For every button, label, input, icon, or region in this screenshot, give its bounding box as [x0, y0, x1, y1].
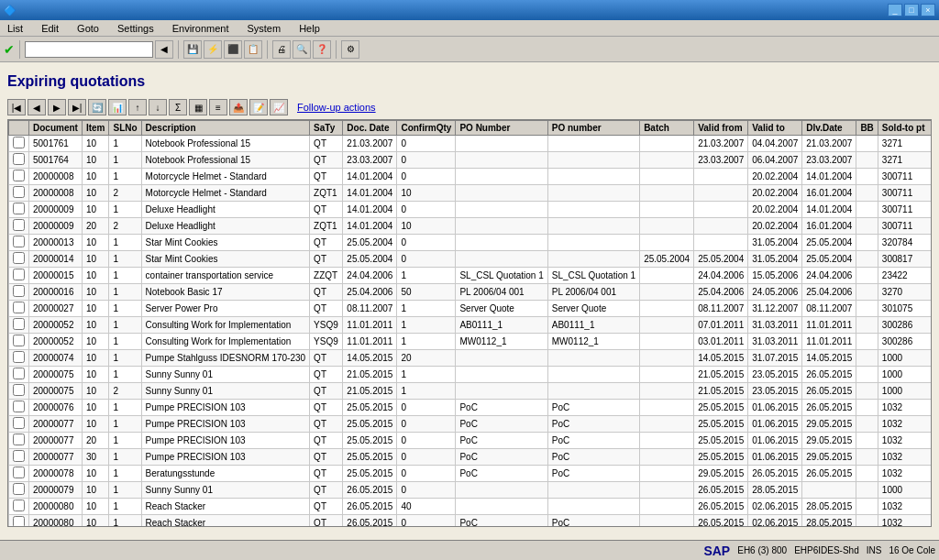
- sumtotal-btn[interactable]: Σ: [169, 99, 187, 115]
- table-row[interactable]: 20000015101container transportation serv…: [9, 268, 933, 284]
- sort-asc-btn[interactable]: ↑: [128, 99, 147, 115]
- title-bar-controls[interactable]: _ □ ×: [888, 4, 935, 16]
- row-checkbox[interactable]: [13, 186, 25, 198]
- table-row[interactable]: 20000080101Reach StackerQT26.05.20154026…: [9, 499, 933, 515]
- shortcut-button[interactable]: ⚡: [204, 40, 222, 59]
- row-checkbox[interactable]: [13, 252, 25, 264]
- row-checkbox[interactable]: [13, 434, 25, 445]
- next-btn[interactable]: ▶: [48, 99, 66, 115]
- table-row[interactable]: 20000076101Pumpe PRECISION 103QT25.05.20…: [9, 400, 933, 416]
- table-row[interactable]: 20000008101Motorcycle Helmet - StandardQ…: [9, 169, 933, 185]
- maximize-button[interactable]: □: [904, 4, 919, 16]
- row-checkbox[interactable]: [13, 302, 25, 313]
- table-row[interactable]: 20000078101BeratungsstundeQT25.05.20150P…: [9, 466, 933, 482]
- table-row[interactable]: 20000075101Sunny Sunny 01QT21.05.2015121…: [9, 367, 933, 383]
- col-validfrom[interactable]: Valid from: [694, 121, 748, 136]
- table-row[interactable]: 20000080101Reach StackerQT26.05.20150PoC…: [9, 515, 933, 528]
- row-checkbox[interactable]: [13, 450, 25, 462]
- table-row[interactable]: 20000075102Sunny Sunny 01QT21.05.2015121…: [9, 383, 933, 400]
- close-button[interactable]: ×: [921, 4, 935, 16]
- column-sel-btn[interactable]: ≡: [209, 99, 227, 115]
- nav-back-button[interactable]: ◀: [155, 40, 173, 59]
- row-checkbox[interactable]: [13, 335, 25, 346]
- row-checkbox[interactable]: [13, 170, 25, 181]
- word-btn[interactable]: 📝: [249, 99, 268, 115]
- col-validto[interactable]: Valid to: [748, 121, 802, 136]
- col-soldto[interactable]: Sold-to pt: [878, 121, 932, 136]
- table-row[interactable]: 20000027101Server Power ProQT08.11.20071…: [9, 301, 933, 317]
- col-description[interactable]: Description: [141, 121, 310, 136]
- row-checkbox[interactable]: [13, 417, 25, 429]
- command-input[interactable]: [25, 41, 153, 58]
- table-row[interactable]: 20000009101Deluxe HeadlightQT14.01.20040…: [9, 202, 933, 218]
- menu-list[interactable]: List: [4, 22, 27, 35]
- filter-btn[interactable]: 📊: [108, 99, 127, 115]
- follow-up-link[interactable]: Follow-up actions: [297, 102, 376, 113]
- row-checkbox[interactable]: [13, 203, 25, 214]
- table-row[interactable]: 20000016101Notebook Basic 17QT25.04.2006…: [9, 284, 933, 301]
- col-slno[interactable]: SLNo: [109, 121, 141, 136]
- table-row[interactable]: 20000077301Pumpe PRECISION 103QT25.05.20…: [9, 449, 933, 466]
- col-bb[interactable]: BB: [856, 121, 878, 136]
- col-saty[interactable]: SaTy: [310, 121, 343, 136]
- table-row[interactable]: 5001761101Notebook Professional 15QT21.0…: [9, 136, 933, 152]
- menu-system[interactable]: System: [243, 22, 284, 35]
- table-row[interactable]: 20000077201Pumpe PRECISION 103QT25.05.20…: [9, 433, 933, 449]
- row-checkbox[interactable]: [13, 219, 25, 231]
- row-checkbox[interactable]: [13, 368, 25, 379]
- print-button[interactable]: 🖨: [272, 40, 291, 59]
- minimize-button[interactable]: _: [888, 4, 902, 16]
- data-table-wrapper[interactable]: Document Item SLNo Description SaTy Doc.…: [7, 119, 932, 527]
- table-row[interactable]: 20000008102Motorcycle Helmet - StandardZ…: [9, 185, 933, 202]
- row-checkbox[interactable]: [13, 137, 25, 148]
- col-ponumber2[interactable]: PO number: [547, 121, 639, 136]
- help-icon-btn[interactable]: ❓: [313, 40, 331, 59]
- row-checkbox[interactable]: [13, 153, 25, 165]
- row-checkbox[interactable]: [13, 500, 25, 511]
- menu-edit[interactable]: Edit: [38, 22, 62, 35]
- last-btn[interactable]: ▶|: [68, 99, 86, 115]
- prev-btn[interactable]: ◀: [28, 99, 46, 115]
- menu-help[interactable]: Help: [295, 22, 324, 35]
- col-batch[interactable]: Batch: [640, 121, 694, 136]
- table-row[interactable]: 20000013101Star Mint CookiesQT25.05.2004…: [9, 235, 933, 251]
- first-btn[interactable]: |◀: [7, 99, 26, 115]
- row-checkbox[interactable]: [13, 483, 25, 495]
- table-row[interactable]: 20000074101Pumpe Stahlguss IDESNORM 170-…: [9, 350, 933, 367]
- graphics-btn[interactable]: 📈: [270, 99, 288, 115]
- row-checkbox[interactable]: [13, 401, 25, 412]
- save-button[interactable]: 💾: [183, 40, 202, 59]
- layout-btn[interactable]: ▦: [189, 99, 207, 115]
- row-checkbox[interactable]: [13, 516, 25, 527]
- row-checkbox[interactable]: [13, 285, 25, 297]
- table-row[interactable]: 20000009202Deluxe HeadlightZQT114.01.200…: [9, 218, 933, 235]
- row-checkbox[interactable]: [13, 384, 25, 396]
- col-document[interactable]: Document: [29, 121, 83, 136]
- row-checkbox[interactable]: [13, 351, 25, 363]
- row-checkbox[interactable]: [13, 236, 25, 247]
- row-checkbox[interactable]: [13, 269, 25, 280]
- menu-settings[interactable]: Settings: [114, 22, 158, 35]
- check-icon[interactable]: ✔: [4, 42, 15, 57]
- refresh-btn[interactable]: 🔄: [88, 99, 106, 115]
- menu-goto[interactable]: Goto: [73, 22, 103, 35]
- excel-btn[interactable]: 📤: [229, 99, 248, 115]
- col-docdate[interactable]: Doc. Date: [343, 121, 397, 136]
- table-row[interactable]: 20000052101Consulting Work for Implement…: [9, 317, 933, 334]
- cmd-button[interactable]: 📋: [244, 40, 262, 59]
- settings-btn[interactable]: ⚙: [341, 40, 359, 59]
- table-row[interactable]: 20000014101Star Mint CookiesQT25.05.2004…: [9, 251, 933, 268]
- table-row[interactable]: 20000079101Sunny Sunny 01QT26.05.2015026…: [9, 482, 933, 499]
- col-item[interactable]: Item: [82, 121, 109, 136]
- find-button[interactable]: 🔍: [293, 40, 311, 59]
- row-checkbox[interactable]: [13, 318, 25, 330]
- table-row[interactable]: 20000052101Consulting Work for Implement…: [9, 334, 933, 350]
- row-checkbox[interactable]: [13, 467, 25, 478]
- col-ponumber1[interactable]: PO Number: [456, 121, 547, 136]
- table-row[interactable]: 20000077101Pumpe PRECISION 103QT25.05.20…: [9, 416, 933, 433]
- table-row[interactable]: 5001764101Notebook Professional 15QT23.0…: [9, 152, 933, 169]
- sort-desc-btn[interactable]: ↓: [149, 99, 167, 115]
- col-confirmqty[interactable]: ConfirmQty: [397, 121, 456, 136]
- menu-environment[interactable]: Environment: [169, 22, 233, 35]
- stop-button[interactable]: ⬛: [224, 40, 242, 59]
